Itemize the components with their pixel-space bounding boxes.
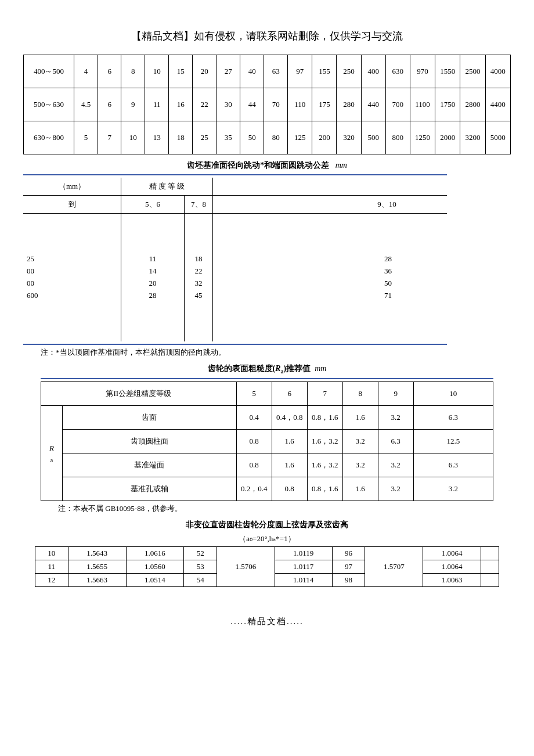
level: 8 <box>342 381 378 405</box>
cell <box>481 546 499 560</box>
cell: 18 <box>169 121 193 154</box>
header-level: 精 度 等 级 <box>121 178 213 196</box>
cell: 700 <box>385 88 410 121</box>
cell: 52 <box>184 546 217 560</box>
level: 5 <box>236 381 272 405</box>
cell: 4 <box>74 55 98 88</box>
cell-to-col: 25 00 00 600 <box>23 214 121 342</box>
cell: 3.2 <box>342 453 378 477</box>
cell: 8 <box>121 55 145 88</box>
table2-title: 齿坯基准面径向跳动*和端面圆跳动公差 mm <box>23 160 511 171</box>
cell: 20 <box>121 278 184 290</box>
cell: 1.5663 <box>68 573 126 586</box>
cell: 1.6 <box>342 477 378 501</box>
cell: 10 <box>121 121 145 154</box>
cell: 00 <box>27 265 121 278</box>
cell: 10 <box>145 55 169 88</box>
cell: 1.0117 <box>275 560 332 573</box>
cell: 40 <box>240 55 264 88</box>
t3-unit: mm <box>315 364 326 373</box>
table4-subtitle: （a₀=20°,hₐ*=1） <box>23 534 511 544</box>
cell: 250 <box>337 55 361 88</box>
divider-bottom-2 <box>23 344 447 345</box>
cell: 1.0616 <box>126 546 184 560</box>
cell-range: 400～500 <box>24 55 74 88</box>
table-row: 第II公差组精度等级 5 6 7 8 9 10 <box>41 381 493 405</box>
cell: 3200 <box>460 121 485 154</box>
cell: 70 <box>264 88 288 121</box>
cell: 1.5707 <box>365 546 423 586</box>
cell: 97 <box>332 560 365 573</box>
cell-b-col: 18 22 32 45 <box>185 214 213 342</box>
cell: 54 <box>184 573 217 586</box>
cell-range: 500～630 <box>24 88 74 121</box>
header-mm: （mm） <box>23 178 121 196</box>
cell: 80 <box>264 121 288 154</box>
table-row: Ra 齿面 0.4 0.4，0.8 0.8，1.6 1.6 3.2 6.3 <box>41 405 493 429</box>
cell: 11 <box>121 253 184 265</box>
col-78: 7、8 <box>185 196 213 214</box>
cell: 44 <box>240 88 264 121</box>
page-footer: .....精品文档..... <box>23 616 511 627</box>
cell: 15 <box>169 55 193 88</box>
level: 6 <box>272 381 307 405</box>
table2-title-text: 齿坯基准面径向跳动*和端面圆跳动公差 <box>187 161 329 170</box>
table1-body: 400～500 4 6 8 10 15 20 27 40 63 97 155 2… <box>24 55 511 154</box>
cell: 400 <box>361 55 385 88</box>
cell: 0.8，1.6 <box>307 477 342 501</box>
cell: 6.3 <box>413 453 493 477</box>
cell: 6.3 <box>378 429 413 453</box>
level: 9 <box>378 381 413 405</box>
cell: 630 <box>385 55 410 88</box>
t3-suffix: )推荐值 <box>284 364 311 373</box>
cell: 3.2 <box>342 429 378 453</box>
cell: 155 <box>312 55 337 88</box>
table-row: 到 5、6 7、8 9、10 <box>23 196 447 214</box>
cell: 0.2，0.4 <box>236 477 272 501</box>
cell: 110 <box>288 88 312 121</box>
cell: 280 <box>337 88 361 121</box>
cell: 11 <box>35 560 68 573</box>
cell: 27 <box>217 55 240 88</box>
cell: 5000 <box>485 121 510 154</box>
cell: 440 <box>361 88 385 121</box>
cell: 800 <box>385 121 410 154</box>
t3-prefix: 齿轮的表面粗糙度( <box>208 364 276 373</box>
cell: 970 <box>410 55 435 88</box>
cell: 10 <box>35 546 68 560</box>
page-header: 【精品文档】如有侵权，请联系网站删除，仅供学习与交流 <box>23 29 511 43</box>
cell: 3.2 <box>378 405 413 429</box>
table-row: 齿顶圆柱面 0.8 1.6 1.6，3.2 3.2 6.3 12.5 <box>41 429 493 453</box>
row-name: 基准孔或轴 <box>63 477 237 501</box>
col-56: 5、6 <box>121 196 185 214</box>
cell: 2500 <box>460 55 485 88</box>
col-to: 到 <box>23 196 121 214</box>
level: 7 <box>307 381 342 405</box>
table3-note: 注：本表不属 GB10095-88，供参考。 <box>58 503 511 514</box>
cell: 18 <box>185 253 212 265</box>
cell: 1.6 <box>272 429 307 453</box>
ra-label: R <box>49 444 54 452</box>
cell: 28 <box>121 290 184 302</box>
cell: 1.5655 <box>68 560 126 573</box>
cell: 1.6 <box>272 453 307 477</box>
chord-table: 10 1.5643 1.0616 52 1.5706 1.0119 96 1.5… <box>35 546 499 587</box>
cell: 32 <box>185 278 212 290</box>
table-row: 10 1.5643 1.0616 52 1.5706 1.0119 96 1.5… <box>35 546 499 560</box>
cell: 1550 <box>435 55 460 88</box>
runout-table: （mm） 精 度 等 级 到 5、6 7、8 9、10 25 00 00 600… <box>23 178 447 341</box>
cell: 96 <box>332 546 365 560</box>
table-row: 基准孔或轴 0.2，0.4 0.8 0.8，1.6 1.6 3.2 3.2 <box>41 477 493 501</box>
cell: 0.8 <box>272 477 307 501</box>
row-name: 齿顶圆柱面 <box>63 429 237 453</box>
cell: 13 <box>145 121 169 154</box>
cell: 3.2 <box>378 477 413 501</box>
t3-ra: R <box>275 364 280 373</box>
table-row: 400～500 4 6 8 10 15 20 27 40 63 97 155 2… <box>24 55 511 88</box>
cell: 1.5643 <box>68 546 126 560</box>
cell: 53 <box>184 560 217 573</box>
col-910: 9、10 <box>213 196 448 214</box>
cell: 6 <box>98 88 121 121</box>
cell: 500 <box>361 121 385 154</box>
cell: 9 <box>121 88 145 121</box>
